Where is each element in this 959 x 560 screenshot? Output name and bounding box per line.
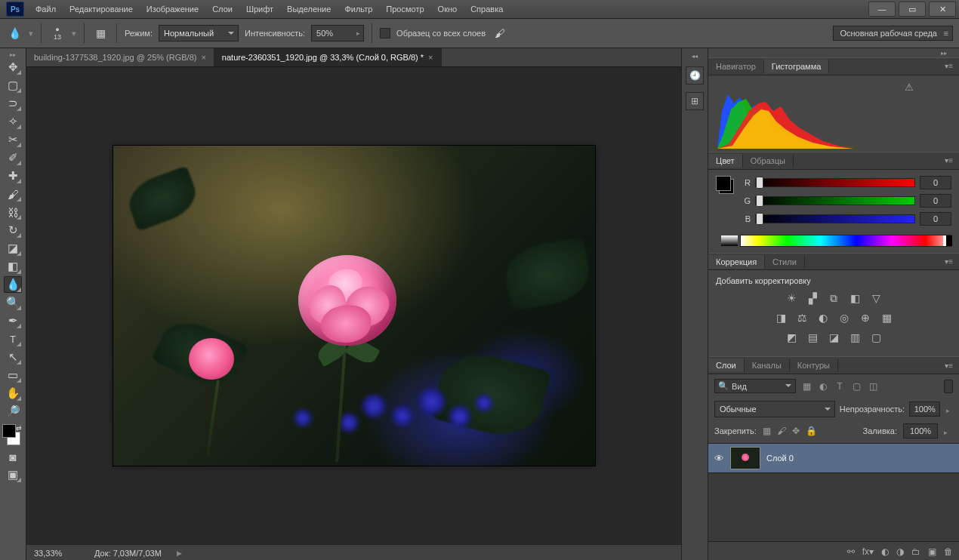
- menu-file[interactable]: Файл: [29, 2, 63, 17]
- eraser-tool[interactable]: ◪: [4, 240, 22, 257]
- layers-tab[interactable]: Слои: [708, 358, 745, 372]
- close-tab-icon[interactable]: ×: [201, 53, 205, 62]
- shape-tool[interactable]: ▭: [4, 367, 22, 383]
- channels-tab[interactable]: Каналы: [745, 358, 790, 372]
- sample-all-checkbox[interactable]: [380, 28, 390, 38]
- balance-icon[interactable]: ⚖: [795, 311, 809, 325]
- lock-all-icon[interactable]: 🔒: [806, 426, 817, 436]
- move-tool[interactable]: ✥: [4, 59, 22, 75]
- filter-smart-icon[interactable]: ◫: [867, 381, 879, 392]
- filter-shape-icon[interactable]: ▢: [850, 381, 862, 392]
- paths-tab[interactable]: Контуры: [790, 358, 838, 372]
- layer-filter-select[interactable]: 🔍Вид: [714, 379, 796, 393]
- vibrance-icon[interactable]: ▽: [869, 291, 883, 305]
- delete-layer-icon[interactable]: 🗑: [944, 546, 953, 557]
- posterize-icon[interactable]: ▤: [806, 331, 819, 344]
- fill-input[interactable]: 100%: [903, 423, 938, 438]
- canvas-viewport[interactable]: [26, 67, 681, 544]
- brush-panel-toggle[interactable]: ▦: [92, 25, 109, 42]
- menu-view[interactable]: Просмотр: [379, 2, 430, 17]
- menu-select[interactable]: Выделение: [280, 2, 338, 17]
- brush-preset[interactable]: ●13: [49, 25, 66, 42]
- filter-pixel-icon[interactable]: ▦: [800, 381, 813, 392]
- canvas[interactable]: [113, 146, 595, 466]
- curves-icon[interactable]: ⧉: [827, 291, 840, 305]
- crop-tool[interactable]: ✂: [4, 131, 22, 148]
- eyedropper-tool[interactable]: ✐: [4, 149, 22, 166]
- strength-input[interactable]: 50%: [311, 25, 364, 42]
- menu-image[interactable]: Изображение: [140, 2, 205, 17]
- b-value[interactable]: 0: [920, 212, 951, 226]
- r-value[interactable]: 0: [920, 176, 951, 189]
- stamp-tool[interactable]: ⛓: [4, 204, 22, 220]
- hue-icon[interactable]: ◨: [774, 311, 788, 325]
- menu-window[interactable]: Окно: [431, 2, 464, 17]
- adjustment-layer-icon[interactable]: ◑: [896, 546, 904, 557]
- lasso-tool[interactable]: ⊃: [4, 95, 22, 112]
- hand-tool[interactable]: ✋: [4, 385, 22, 402]
- color-swatches[interactable]: ⇄: [2, 424, 23, 447]
- brush-tool[interactable]: 🖌: [4, 186, 22, 202]
- menu-type[interactable]: Шрифт: [239, 2, 280, 17]
- swap-colors-icon[interactable]: ⇄: [16, 424, 22, 432]
- menu-edit[interactable]: Редактирование: [63, 2, 140, 17]
- quickmask-tool[interactable]: ◙: [4, 448, 22, 465]
- history-brush-tool[interactable]: ↻: [4, 222, 22, 238]
- layer-fx-icon[interactable]: fx▾: [862, 546, 874, 557]
- type-tool[interactable]: T: [4, 331, 22, 347]
- layer-mask-icon[interactable]: ◐: [881, 546, 889, 557]
- channel-mixer-icon[interactable]: ⊕: [859, 311, 872, 325]
- maximize-button[interactable]: ▭: [899, 2, 926, 17]
- color-spectrum[interactable]: [740, 235, 951, 247]
- screenmode-tool[interactable]: ▣: [4, 466, 22, 483]
- marquee-tool[interactable]: ▢: [4, 77, 22, 94]
- blur-tool[interactable]: 💧: [4, 276, 22, 293]
- g-slider[interactable]: [755, 196, 915, 205]
- filter-type-icon[interactable]: T: [834, 381, 846, 392]
- panel-menu-icon[interactable]: ▾≡: [939, 362, 959, 370]
- path-tool[interactable]: ↖: [4, 349, 22, 365]
- exposure-icon[interactable]: ◧: [848, 291, 862, 305]
- adjustments-tab[interactable]: Коррекция: [708, 255, 765, 269]
- levels-icon[interactable]: ▞: [806, 291, 819, 305]
- link-layers-icon[interactable]: ⚯: [847, 546, 855, 557]
- menu-layers[interactable]: Слои: [205, 2, 239, 17]
- workspace-switcher[interactable]: Основная рабочая среда: [833, 26, 953, 41]
- gradient-map-icon[interactable]: ▥: [848, 331, 862, 344]
- active-tool-icon[interactable]: 💧: [6, 25, 23, 42]
- filter-adjust-icon[interactable]: ◐: [817, 381, 829, 392]
- visibility-icon[interactable]: 👁: [714, 453, 724, 464]
- healing-tool[interactable]: ✚: [4, 168, 22, 184]
- doc-tab-1[interactable]: nature-2360351_1920.jpg @ 33,3% (Слой 0,…: [214, 48, 442, 66]
- panel-menu-icon[interactable]: ▾≡: [939, 62, 959, 70]
- lock-position-icon[interactable]: ✥: [792, 426, 800, 436]
- doc-tab-0[interactable]: building-1377538_1920.jpg @ 25% (RGB/8)×: [26, 48, 214, 66]
- invert-icon[interactable]: ◩: [785, 331, 798, 344]
- menu-help[interactable]: Справка: [464, 2, 510, 17]
- group-icon[interactable]: 🗀: [911, 546, 920, 557]
- dodge-tool[interactable]: 🔍: [4, 294, 22, 311]
- pressure-icon[interactable]: 🖌: [492, 25, 508, 42]
- navigator-tab[interactable]: Навигатор: [708, 60, 764, 73]
- gradient-tool[interactable]: ◧: [4, 258, 22, 275]
- photo-filter-icon[interactable]: ◎: [837, 311, 851, 325]
- color-panel-swatch[interactable]: [716, 176, 734, 194]
- minimize-button[interactable]: —: [868, 2, 896, 17]
- zoom-tool[interactable]: 🔎: [4, 403, 22, 420]
- bw-icon[interactable]: ◐: [816, 311, 830, 325]
- layer-row[interactable]: 👁 Слой 0: [708, 443, 959, 473]
- tools-collapse-grip[interactable]: ▸▸: [2, 51, 23, 57]
- threshold-icon[interactable]: ◪: [827, 331, 840, 344]
- layer-thumbnail[interactable]: [730, 447, 760, 469]
- new-layer-icon[interactable]: ▣: [928, 546, 936, 557]
- blend-mode-select[interactable]: Обычные: [714, 401, 835, 417]
- dock-collapse-grip[interactable]: ◂◂: [686, 53, 703, 59]
- properties-panel-icon[interactable]: ⊞: [686, 92, 704, 110]
- panel-menu-icon[interactable]: ▾≡: [939, 156, 959, 165]
- color-tab[interactable]: Цвет: [708, 154, 743, 168]
- panels-collapse-grip[interactable]: ▸▸: [933, 50, 954, 56]
- menu-filter[interactable]: Фильтр: [338, 2, 379, 17]
- lock-pixels-icon[interactable]: 🖌: [777, 426, 786, 436]
- panel-menu-icon[interactable]: ▾≡: [939, 257, 959, 266]
- g-value[interactable]: 0: [920, 194, 951, 208]
